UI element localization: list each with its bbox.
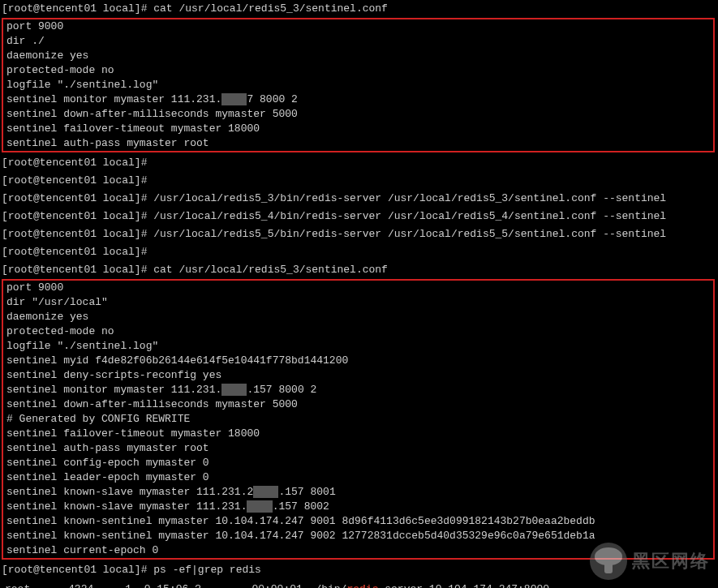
shell-prompt: [root@tencent01 local]# bbox=[2, 2, 147, 15]
mushroom-icon bbox=[590, 543, 627, 580]
command-text: /usr/local/redis5_5/bin/redis-server /us… bbox=[153, 228, 666, 240]
config-line: sentinel monitor mymaster 111.231. 7 800… bbox=[3, 92, 713, 107]
prompt-line: [root@tencent01 local]# bbox=[0, 154, 718, 172]
config-block-rewritten: port 9000 dir "/usr/local" daemonize yes… bbox=[2, 279, 715, 560]
config-line: sentinel leader-epoch mymaster 0 bbox=[3, 470, 713, 485]
config-line: sentinel deny-scripts-reconfig yes bbox=[3, 368, 713, 383]
prompt-line: [root@tencent01 local]# /usr/local/redis… bbox=[0, 225, 718, 243]
process-row: root 4324 1 0 15:06 ? 00:00:01 ./bin/red… bbox=[3, 581, 715, 588]
masked-ip bbox=[253, 486, 278, 498]
prompt-line: [root@tencent01 local]# bbox=[0, 172, 718, 190]
watermark: 黑区网络 bbox=[590, 543, 710, 580]
command-text: cat /usr/local/redis5_3/sentinel.conf bbox=[153, 264, 388, 276]
config-line: sentinel config-epoch mymaster 0 bbox=[3, 456, 713, 470]
config-line: sentinel failover-timeout mymaster 18000 bbox=[3, 122, 713, 136]
config-line: port 9000 bbox=[3, 19, 713, 34]
masked-ip bbox=[247, 500, 272, 513]
prompt-line: [root@tencent01 local]# cat /usr/local/r… bbox=[0, 0, 718, 18]
masked-ip bbox=[221, 93, 247, 105]
config-line: dir ./ bbox=[3, 34, 713, 49]
command-text: ps -ef|grep redis bbox=[153, 564, 261, 576]
config-line: sentinel known-slave mymaster 111.231. .… bbox=[3, 500, 713, 514]
config-line: sentinel monitor mymaster 111.231. .157 … bbox=[3, 383, 713, 397]
config-line: sentinel known-sentinel mymaster 10.104.… bbox=[3, 529, 713, 543]
config-line: logfile "./sentinel.log" bbox=[3, 78, 713, 92]
config-line: sentinel known-sentinel mymaster 10.104.… bbox=[3, 514, 713, 529]
config-line: sentinel failover-timeout mymaster 18000 bbox=[3, 427, 713, 441]
command-text: /usr/local/redis5_4/bin/redis-server /us… bbox=[153, 210, 666, 222]
config-line: daemonize yes bbox=[3, 49, 713, 63]
config-block-initial: port 9000 dir ./ daemonize yes protected… bbox=[2, 18, 715, 152]
command-text: cat /usr/local/redis5_3/sentinel.conf bbox=[153, 2, 388, 15]
config-line: sentinel myid f4de82f06b26144e614f5e1044… bbox=[3, 354, 713, 368]
prompt-line: [root@tencent01 local]# /usr/local/redis… bbox=[0, 190, 718, 208]
watermark-text: 黑区网络 bbox=[632, 555, 710, 568]
prompt-line: [root@tencent01 local]# cat /usr/local/r… bbox=[0, 261, 718, 279]
config-line: sentinel auth-pass mymaster root bbox=[3, 136, 713, 151]
config-line: protected-mode no bbox=[3, 63, 713, 78]
config-line: sentinel down-after-milliseconds mymaste… bbox=[3, 397, 713, 412]
process-list: root 4324 1 0 15:06 ? 00:00:01 ./bin/red… bbox=[0, 579, 718, 588]
prompt-line: [root@tencent01 local]# bbox=[0, 243, 718, 261]
config-line: daemonize yes bbox=[3, 310, 713, 324]
prompt-line: [root@tencent01 local]# /usr/local/redis… bbox=[0, 208, 718, 225]
config-line: sentinel known-slave mymaster 111.231.2 … bbox=[3, 485, 713, 500]
config-line: sentinel auth-pass mymaster root bbox=[3, 441, 713, 456]
redis-keyword: redis bbox=[346, 583, 378, 588]
config-line: dir "/usr/local" bbox=[3, 295, 713, 310]
config-line: # Generated by CONFIG REWRITE bbox=[3, 412, 713, 427]
config-line: logfile "./sentinel.log" bbox=[3, 339, 713, 354]
config-line: protected-mode no bbox=[3, 324, 713, 339]
masked-ip bbox=[221, 384, 247, 396]
config-line: sentinel down-after-milliseconds mymaste… bbox=[3, 107, 713, 122]
command-text: /usr/local/redis5_3/bin/redis-server /us… bbox=[153, 192, 666, 204]
config-line: port 9000 bbox=[3, 281, 713, 295]
